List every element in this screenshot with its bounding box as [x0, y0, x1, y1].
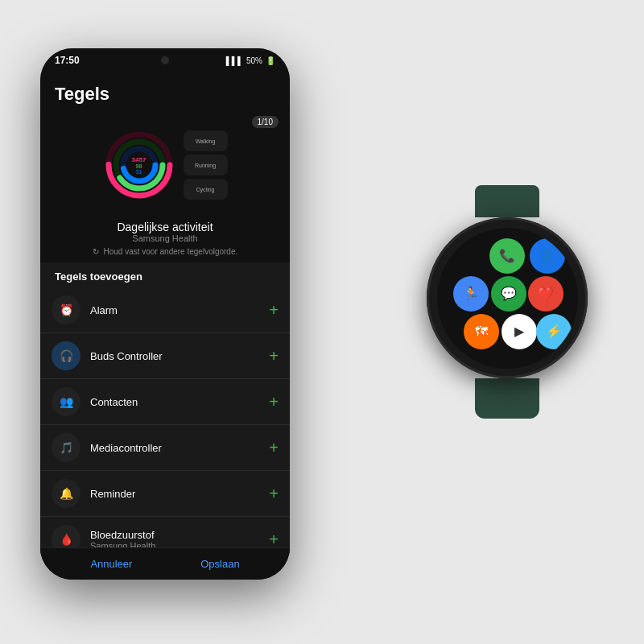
- tile-list-item-2[interactable]: 👥 Contacten +: [40, 379, 290, 425]
- watch-app-icon-1[interactable]: 👤: [530, 238, 565, 274]
- watch-app-icon-6[interactable]: ▶: [502, 314, 537, 349]
- tile-item-add-btn-5[interactable]: +: [269, 531, 279, 547]
- tile-item-name-5: Bloedzuurstof: [90, 529, 259, 541]
- tile-preview-area: 1/10 3457 98: [40, 109, 290, 214]
- watch-app-icon-2[interactable]: 🏃: [453, 276, 489, 312]
- tile-label: Dagelijkse activiteit Samsung Health: [40, 214, 290, 245]
- watch-app-icon-7[interactable]: ⚡: [536, 314, 572, 349]
- tile-item-name-1: Buds Controller: [90, 350, 259, 362]
- scene: 17:50 ▌▌▌ 50% 🔋 Tegels 1/10: [0, 0, 644, 644]
- watch-screen: 📞👤🏃💬❤️🗺▶⚡: [437, 228, 578, 369]
- tile-item-name-3: Mediacontroller: [90, 442, 259, 454]
- cancel-button[interactable]: Annuleer: [90, 558, 132, 570]
- side-card-3: Cycling: [184, 179, 228, 200]
- tile-item-icon-1: 🎧: [52, 341, 80, 370]
- tile-item-add-btn-3[interactable]: +: [269, 440, 279, 456]
- tile-item-icon-0: ⏰: [52, 295, 80, 324]
- phone-screen: Tegels 1/10: [40, 72, 290, 580]
- cals-value: 98: [132, 163, 147, 169]
- tile-item-icon-4: 🔔: [52, 479, 80, 508]
- tile-item-sub-5: Samsung Health: [90, 541, 259, 548]
- screen-header: Tegels: [40, 72, 290, 109]
- hint-text: Houd vast voor andere tegelvolgorde.: [104, 247, 238, 256]
- side-card-1: Walking: [184, 130, 228, 151]
- section-label: Tegels toevoegen: [40, 262, 290, 287]
- watch-app-icon-3[interactable]: 💬: [491, 276, 526, 312]
- tile-item-name-4: Reminder: [90, 488, 259, 500]
- tile-item-name-2: Contacten: [90, 396, 259, 408]
- tile-item-text-0: Alarm: [90, 304, 259, 316]
- tile-item-icon-2: 👥: [52, 387, 80, 416]
- tile-list-item-5[interactable]: 🩸 Bloedzuurstof Samsung Health +: [40, 517, 290, 547]
- tile-item-text-5: Bloedzuurstof Samsung Health: [90, 529, 259, 548]
- activity-ring: 3457 98 31: [103, 129, 175, 201]
- tile-item-icon-3: 🎵: [52, 433, 80, 462]
- tile-item-text-1: Buds Controller: [90, 350, 259, 362]
- side-card-3-label: Cycling: [196, 187, 215, 192]
- steps-value: 3457: [132, 156, 147, 163]
- battery-icon: 🔋: [266, 56, 275, 65]
- tile-list-item-1[interactable]: 🎧 Buds Controller +: [40, 333, 290, 379]
- watch-app-grid: 📞👤🏃💬❤️🗺▶⚡: [441, 232, 574, 365]
- tile-list: ⏰ Alarm + 🎧 Buds Controller + 👥 Contacte…: [40, 287, 290, 547]
- tile-side-cards: Walking Running Cycling: [184, 130, 228, 200]
- tile-source: Samsung Health: [55, 233, 275, 243]
- tile-item-text-2: Contacten: [90, 396, 259, 408]
- watch-body: 📞👤🏃💬❤️🗺▶⚡: [427, 217, 588, 378]
- side-card-2: Running: [184, 155, 228, 175]
- watch-app-icon-5[interactable]: 🗺: [464, 314, 499, 349]
- tile-list-item-3[interactable]: 🎵 Mediacontroller +: [40, 425, 290, 471]
- tile-item-text-3: Mediacontroller: [90, 442, 259, 454]
- mins-value: 31: [132, 169, 147, 175]
- hint-icon: ↻: [93, 247, 99, 256]
- phone-status: ▌▌▌ 50% 🔋: [226, 56, 275, 65]
- signal-icon: ▌▌▌: [226, 56, 243, 65]
- phone-camera: [161, 56, 169, 64]
- tile-name: Dagelijkse activiteit: [55, 221, 275, 233]
- tile-item-text-4: Reminder: [90, 488, 259, 500]
- tile-list-item-4[interactable]: 🔔 Reminder +: [40, 471, 290, 517]
- tile-list-item-0[interactable]: ⏰ Alarm +: [40, 287, 290, 333]
- phone-bottom-bar: Annuleer Opslaan: [40, 547, 290, 580]
- tile-item-name-0: Alarm: [90, 304, 259, 316]
- tile-item-add-btn-1[interactable]: +: [269, 348, 279, 364]
- save-button[interactable]: Opslaan: [200, 558, 239, 570]
- watch-band-bottom: [475, 378, 539, 419]
- side-card-1-label: Walking: [196, 138, 216, 144]
- phone-time: 17:50: [55, 55, 80, 66]
- battery-label: 50%: [246, 56, 262, 65]
- phone-notch: 17:50 ▌▌▌ 50% 🔋: [40, 48, 290, 72]
- ring-stats: 3457 98 31: [132, 156, 147, 175]
- tile-hint: ↻ Houd vast voor andere tegelvolgorde.: [40, 245, 290, 262]
- tile-counter: 1/10: [252, 116, 279, 128]
- tile-item-add-btn-0[interactable]: +: [269, 302, 279, 318]
- tile-item-add-btn-2[interactable]: +: [269, 394, 279, 410]
- phone: 17:50 ▌▌▌ 50% 🔋 Tegels 1/10: [40, 48, 290, 580]
- side-card-2-label: Running: [195, 163, 216, 168]
- smartwatch: 📞👤🏃💬❤️🗺▶⚡: [415, 185, 600, 402]
- tile-item-icon-5: 🩸: [52, 525, 80, 547]
- watch-app-icon-0[interactable]: 📞: [489, 238, 525, 274]
- tile-item-add-btn-4[interactable]: +: [269, 485, 279, 502]
- screen-title: Tegels: [55, 84, 275, 105]
- watch-app-icon-4[interactable]: ❤️: [528, 276, 564, 312]
- watch-band-top: [475, 185, 539, 217]
